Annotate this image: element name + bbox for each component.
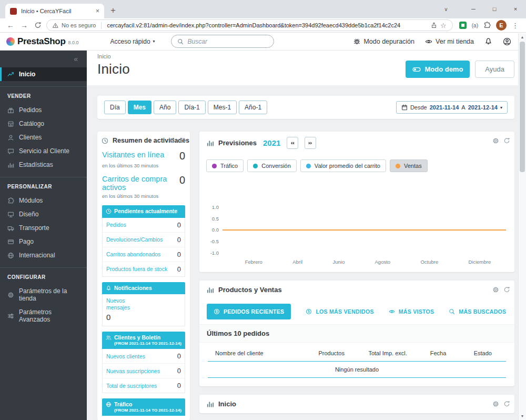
- filter-ano-button[interactable]: Año: [154, 101, 176, 114]
- chart-legend: Tráfico Conversión Valor promedio del ca…: [199, 154, 514, 172]
- panel-settings-gear-icon[interactable]: [492, 137, 499, 144]
- filter-mes-1-button[interactable]: Mes-1: [208, 101, 237, 114]
- new-tab-button[interactable]: +: [110, 5, 116, 16]
- pending-rows: Pedidos 0 Devoluciones/Cambios 0 Carrito…: [102, 218, 185, 277]
- tab-los-mas-vendidos[interactable]: LOS MÁS VENDIDOS: [306, 308, 373, 315]
- forward-icon[interactable]: →: [19, 21, 29, 29]
- tab-search-chevron-icon[interactable]: ∨: [439, 6, 453, 12]
- panel-refresh-icon[interactable]: [503, 286, 510, 293]
- pending-pedidos-link[interactable]: Pedidos: [106, 222, 126, 228]
- breadcrumb[interactable]: Inicio: [97, 53, 514, 59]
- profile-avatar[interactable]: E: [496, 20, 507, 31]
- column-header: Nombre del cliente: [208, 350, 305, 356]
- filter-ano-1-button[interactable]: Año-1: [239, 101, 267, 114]
- chat-icon: [7, 148, 14, 155]
- legend-conversion[interactable]: Conversión: [247, 159, 297, 172]
- sidebar-item-diseno[interactable]: Diseño: [0, 207, 87, 221]
- extensions-puzzle-icon[interactable]: [483, 22, 491, 29]
- pending-devoluciones-link[interactable]: Devoluciones/Cambios: [106, 236, 163, 243]
- back-icon[interactable]: ←: [5, 21, 16, 29]
- legend-trafico[interactable]: Tráfico: [206, 159, 244, 172]
- notifications-bell-icon[interactable]: [484, 37, 492, 45]
- x-tick: Junio: [333, 259, 345, 265]
- panel-refresh-icon[interactable]: [503, 137, 510, 144]
- panel-title: Previsiones: [218, 139, 257, 147]
- window-maximize-button[interactable]: □: [484, 6, 505, 12]
- bookmark-star-icon[interactable]: ☆: [440, 22, 447, 29]
- quick-access-dropdown[interactable]: Acceso rápido ▾: [110, 38, 155, 45]
- debug-mode-indicator[interactable]: Modo depuración: [353, 38, 414, 45]
- tab-close-icon[interactable]: ×: [96, 7, 99, 15]
- new-subscriptions-link[interactable]: Nuevas suscripciones: [106, 368, 160, 374]
- bell-icon: [106, 285, 112, 291]
- sidebar-item-modulos[interactable]: Módulos: [0, 194, 87, 207]
- users-icon: [106, 335, 112, 341]
- browser-tab[interactable]: Inicio • CercaYFacil ×: [5, 4, 104, 18]
- x-tick: Diciembre: [469, 259, 491, 265]
- share-icon[interactable]: [431, 22, 437, 28]
- next-year-button[interactable]: [305, 137, 316, 149]
- filter-mes-button[interactable]: Mes: [128, 101, 151, 114]
- divider: [0, 86, 87, 87]
- search-input[interactable]: [188, 38, 268, 45]
- new-messages-link[interactable]: Nuevos mensajes: [106, 297, 140, 311]
- sidebar-item-servicio-al-cliente[interactable]: Servicio al Cliente: [0, 144, 87, 158]
- scroll-up-icon[interactable]: ▲: [519, 35, 526, 39]
- demo-mode-button[interactable]: Modo demo: [406, 61, 470, 78]
- browser-menu-icon[interactable]: ⋮: [512, 22, 519, 29]
- demo-mode-label: Modo demo: [424, 65, 463, 73]
- sidebar-item-pago[interactable]: Pago: [0, 235, 87, 248]
- sidebar-collapse-button[interactable]: «: [0, 51, 87, 64]
- pending-carritos-link[interactable]: Carritos abandonados: [106, 251, 160, 257]
- list-item: Nuevos clientes 0: [103, 349, 185, 364]
- sidebar-item-inicio[interactable]: Inicio: [0, 67, 87, 81]
- panel-refresh-icon[interactable]: [503, 401, 510, 407]
- sidebar-item-internacional[interactable]: Internacional: [0, 248, 87, 262]
- extension-badge[interactable]: (a): [472, 23, 478, 28]
- legend-ventas[interactable]: Ventas: [390, 159, 428, 172]
- double-left-icon: [290, 141, 295, 146]
- panel-settings-gear-icon[interactable]: [169, 137, 175, 144]
- reload-icon[interactable]: [34, 22, 42, 29]
- scroll-down-icon[interactable]: ▼: [519, 414, 526, 418]
- chart-y-axis: 1.0 0.5 0.0 -0.5 -1.0: [205, 205, 222, 255]
- help-button[interactable]: Ayuda: [475, 61, 514, 78]
- scrollbar-thumb[interactable]: [520, 42, 525, 172]
- sidebar-item-pedidos[interactable]: Pedidos: [0, 103, 87, 117]
- previous-year-button[interactable]: [287, 137, 298, 149]
- sidebar-item-clientes[interactable]: Clientes: [0, 131, 87, 144]
- filter-dia-1-button[interactable]: Día-1: [178, 101, 205, 114]
- date-to-value: 2021-12-14: [468, 104, 498, 111]
- sidebar-item-estadisticas[interactable]: Estadísticas: [0, 158, 87, 172]
- double-right-icon: [308, 141, 313, 146]
- browser-scrollbar[interactable]: ▲ ▼: [518, 33, 526, 420]
- total-subscribers-link[interactable]: Total de suscriptores: [106, 383, 157, 389]
- active-carts-value: 0: [179, 175, 185, 185]
- legend-label: Ventas: [404, 163, 422, 169]
- sidebar-item-catalogo[interactable]: Catálogo: [0, 117, 87, 131]
- address-bar[interactable]: No es seguro cercayfacil.v2:81/admin-dev…: [46, 19, 453, 31]
- tab-mas-buscados[interactable]: MÁS BUSCADOS: [449, 308, 506, 315]
- extension-icon[interactable]: [459, 22, 467, 29]
- prestashop-logo[interactable]: PrestaShop 8.0.0: [6, 36, 79, 47]
- legend-valor-promedio[interactable]: Valor promedio del carrito: [300, 159, 386, 172]
- sidebar-item-parametros-avanzados[interactable]: Parámetros Avanzados: [0, 305, 87, 326]
- panel-refresh-icon[interactable]: [179, 137, 186, 144]
- window-minimize-button[interactable]: ─: [463, 6, 484, 12]
- date-range-picker[interactable]: Desde 2021-11-14 A 2021-12-14 ▾: [396, 101, 508, 114]
- pending-stock-link[interactable]: Productos fuera de stock: [106, 266, 167, 272]
- filter-dia-button[interactable]: Día: [104, 101, 126, 114]
- window-close-button[interactable]: ×: [505, 6, 526, 12]
- sidebar-item-transporte[interactable]: Transporte: [0, 221, 87, 235]
- account-icon[interactable]: [503, 37, 511, 46]
- ventas-series-line: [222, 229, 506, 231]
- tab-mas-vistos[interactable]: MÁS VISTOS: [389, 308, 434, 315]
- panel-settings-gear-icon[interactable]: [492, 286, 499, 293]
- view-shop-link[interactable]: Ver mi tienda: [425, 38, 474, 45]
- search-icon: [449, 308, 455, 315]
- tab-pedidos-recientes[interactable]: PEDIDOS RECIENTES: [207, 304, 291, 319]
- new-customers-link[interactable]: Nuevos clientes: [106, 353, 145, 359]
- header-search[interactable]: [171, 35, 274, 48]
- panel-settings-gear-icon[interactable]: [492, 401, 499, 407]
- sidebar-item-parametros-tienda[interactable]: Parámetros de la tienda: [0, 284, 87, 305]
